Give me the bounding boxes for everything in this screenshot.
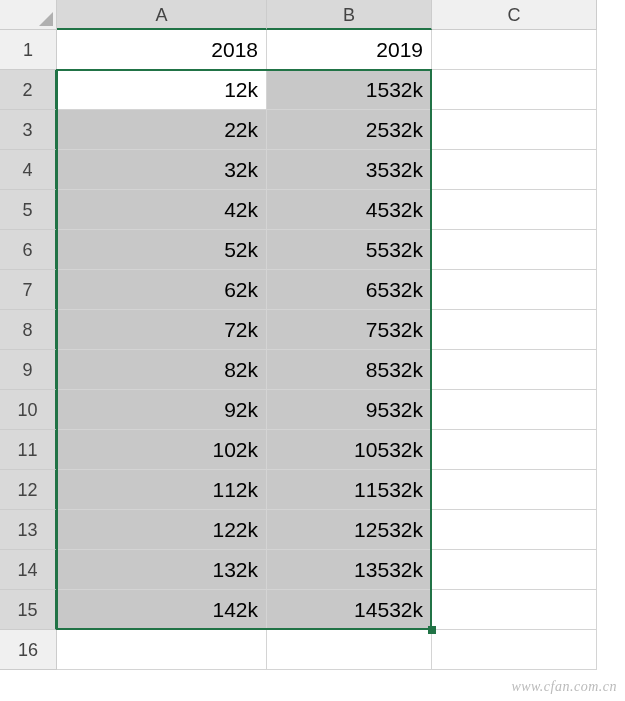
- cell-C5[interactable]: [432, 190, 597, 230]
- cell-B3[interactable]: 2532k: [267, 110, 432, 150]
- cell-B1[interactable]: 2019: [267, 30, 432, 70]
- row-header-11[interactable]: 11: [0, 430, 57, 470]
- cell-B6[interactable]: 5532k: [267, 230, 432, 270]
- select-all-corner[interactable]: [0, 0, 57, 30]
- column-header-A[interactable]: A: [57, 0, 267, 30]
- cell-B8[interactable]: 7532k: [267, 310, 432, 350]
- row-header-3[interactable]: 3: [0, 110, 57, 150]
- row-header-2[interactable]: 2: [0, 70, 57, 110]
- cell-A16[interactable]: [57, 630, 267, 670]
- cell-A11[interactable]: 102k: [57, 430, 267, 470]
- cell-B13[interactable]: 12532k: [267, 510, 432, 550]
- cell-A1[interactable]: 2018: [57, 30, 267, 70]
- spreadsheet-grid[interactable]: ABC120182019212k1532k322k2532k432k3532k5…: [0, 0, 625, 670]
- row-header-6[interactable]: 6: [0, 230, 57, 270]
- row-header-4[interactable]: 4: [0, 150, 57, 190]
- cell-B12[interactable]: 11532k: [267, 470, 432, 510]
- cell-C8[interactable]: [432, 310, 597, 350]
- row-header-7[interactable]: 7: [0, 270, 57, 310]
- cell-C16[interactable]: [432, 630, 597, 670]
- fill-handle[interactable]: [428, 626, 436, 634]
- cell-C11[interactable]: [432, 430, 597, 470]
- row-header-9[interactable]: 9: [0, 350, 57, 390]
- cell-B4[interactable]: 3532k: [267, 150, 432, 190]
- cell-C3[interactable]: [432, 110, 597, 150]
- cell-C15[interactable]: [432, 590, 597, 630]
- cell-C6[interactable]: [432, 230, 597, 270]
- cell-B16[interactable]: [267, 630, 432, 670]
- row-header-10[interactable]: 10: [0, 390, 57, 430]
- cell-B14[interactable]: 13532k: [267, 550, 432, 590]
- cell-C4[interactable]: [432, 150, 597, 190]
- row-header-12[interactable]: 12: [0, 470, 57, 510]
- cell-B5[interactable]: 4532k: [267, 190, 432, 230]
- cell-B15[interactable]: 14532k: [267, 590, 432, 630]
- row-header-15[interactable]: 15: [0, 590, 57, 630]
- cell-A4[interactable]: 32k: [57, 150, 267, 190]
- cell-A2[interactable]: 12k: [57, 70, 267, 110]
- cell-A6[interactable]: 52k: [57, 230, 267, 270]
- cell-A9[interactable]: 82k: [57, 350, 267, 390]
- cell-A12[interactable]: 112k: [57, 470, 267, 510]
- cell-A5[interactable]: 42k: [57, 190, 267, 230]
- row-header-13[interactable]: 13: [0, 510, 57, 550]
- column-header-C[interactable]: C: [432, 0, 597, 30]
- row-header-8[interactable]: 8: [0, 310, 57, 350]
- cell-B11[interactable]: 10532k: [267, 430, 432, 470]
- cell-B10[interactable]: 9532k: [267, 390, 432, 430]
- cell-C14[interactable]: [432, 550, 597, 590]
- column-header-B[interactable]: B: [267, 0, 432, 30]
- cell-C1[interactable]: [432, 30, 597, 70]
- cell-A7[interactable]: 62k: [57, 270, 267, 310]
- cell-C10[interactable]: [432, 390, 597, 430]
- row-header-1[interactable]: 1: [0, 30, 57, 70]
- cell-B9[interactable]: 8532k: [267, 350, 432, 390]
- row-header-5[interactable]: 5: [0, 190, 57, 230]
- cell-A10[interactable]: 92k: [57, 390, 267, 430]
- cell-C13[interactable]: [432, 510, 597, 550]
- cell-A13[interactable]: 122k: [57, 510, 267, 550]
- cell-C9[interactable]: [432, 350, 597, 390]
- cell-A15[interactable]: 142k: [57, 590, 267, 630]
- cell-A8[interactable]: 72k: [57, 310, 267, 350]
- cell-A3[interactable]: 22k: [57, 110, 267, 150]
- cell-B2[interactable]: 1532k: [267, 70, 432, 110]
- cell-B7[interactable]: 6532k: [267, 270, 432, 310]
- watermark: www.cfan.com.cn: [511, 679, 617, 695]
- cell-A14[interactable]: 132k: [57, 550, 267, 590]
- row-header-14[interactable]: 14: [0, 550, 57, 590]
- row-header-16[interactable]: 16: [0, 630, 57, 670]
- cell-C7[interactable]: [432, 270, 597, 310]
- cell-C12[interactable]: [432, 470, 597, 510]
- cell-C2[interactable]: [432, 70, 597, 110]
